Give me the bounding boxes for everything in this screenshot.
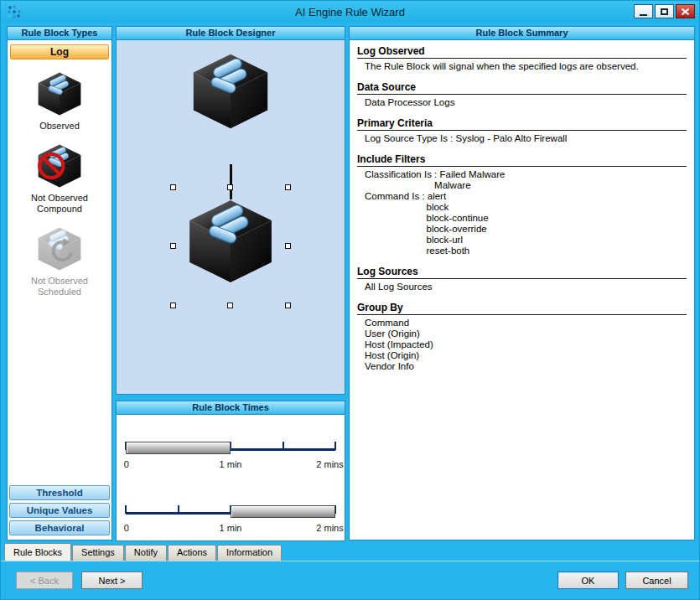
selection-handle[interactable]	[170, 184, 176, 190]
tab-baseline	[1, 561, 699, 561]
summary-section-lines: Log Source Type Is : Syslog - Palo Alto …	[357, 131, 687, 144]
summary-line: User (Origin)	[365, 328, 687, 339]
slider-label: 0	[124, 459, 129, 469]
selection-handle[interactable]	[285, 243, 291, 249]
maximize-icon	[661, 8, 668, 15]
summary-section-primary-criteria: Primary Criteria Log Source Type Is : Sy…	[357, 117, 687, 144]
threshold-category-button[interactable]: Threshold	[9, 485, 110, 500]
minimize-icon	[640, 14, 647, 16]
summary-line: Command	[365, 318, 687, 328]
summary-section-lines: Classification Is : Failed Malware Malwa…	[357, 167, 687, 256]
time-slider-1[interactable]: 0 1 min 2 mins	[126, 435, 335, 475]
rule-type-label: Observed	[21, 121, 98, 132]
summary-line: Log Source Type Is : Syslog - Palo Alto …	[365, 133, 687, 144]
rule-block-types-panel: Rule Block Types Log Observed Not Observ…	[7, 26, 112, 541]
tab-bar: Rule Blocks Settings Notify Actions Info…	[4, 543, 283, 561]
ok-button[interactable]: OK	[557, 572, 619, 589]
summary-section-group-by: Group By CommandUser (Origin)Host (Impac…	[357, 302, 687, 372]
selection-box	[174, 188, 288, 305]
summary-line: block-continue	[365, 213, 687, 224]
selection-handle[interactable]	[285, 184, 291, 190]
rule-type-not-observed-scheduled[interactable]: Not Observed Scheduled	[21, 226, 98, 297]
selection-handle[interactable]	[170, 243, 176, 249]
slider-label: 0	[124, 523, 129, 533]
selection-handle[interactable]	[227, 303, 233, 308]
summary-line: Host (Impacted)	[365, 339, 687, 350]
not-observed-cube-icon	[36, 143, 83, 189]
designer-cube-observed[interactable]	[190, 52, 271, 131]
summary-line: reset-both	[365, 246, 687, 256]
slider-label: 2 mins	[316, 523, 343, 533]
tick-mark	[334, 442, 336, 450]
summary-section-include-filters: Include Filters Classification Is : Fail…	[357, 153, 687, 256]
rule-type-label: Not Observed Compound	[21, 193, 98, 215]
summary-body: Log Observed The Rule Block will signal …	[350, 40, 694, 386]
tab-notify[interactable]: Notify	[125, 545, 167, 561]
designer-canvas[interactable]	[117, 40, 345, 394]
rule-block-types-body: Log Observed Not Observed Compound	[8, 40, 111, 540]
summary-line: All Log Sources	[365, 282, 687, 292]
cancel-button[interactable]: Cancel	[625, 572, 688, 589]
rule-block-times-header: Rule Block Times	[117, 401, 345, 415]
summary-line: block	[365, 202, 687, 213]
close-button[interactable]	[676, 4, 695, 18]
selection-handle[interactable]	[227, 184, 233, 190]
rule-type-not-observed-compound[interactable]: Not Observed Compound	[21, 143, 98, 215]
rule-block-designer-panel: Rule Block Designer	[116, 26, 345, 395]
summary-section-lines: All Log Sources	[357, 279, 687, 292]
minimize-button[interactable]	[634, 4, 653, 18]
tick-mark	[283, 442, 284, 450]
summary-line: The Rule Block will signal when the spec…	[365, 61, 687, 72]
window-title: AI Engine Rule Wizard	[1, 6, 699, 18]
summary-section-data-source: Data Source Data Processor Logs	[357, 81, 687, 108]
next-button[interactable]: Next >	[81, 572, 143, 589]
tab-information[interactable]: Information	[217, 545, 282, 561]
summary-section-log-sources: Log Sources All Log Sources	[357, 266, 687, 292]
tab-settings[interactable]: Settings	[72, 545, 124, 561]
back-button[interactable]: < Back	[16, 572, 73, 589]
rule-block-summary-panel: Rule Block Summary Log Observed The Rule…	[349, 26, 695, 541]
tab-actions[interactable]: Actions	[168, 545, 216, 561]
summary-section-lines: The Rule Block will signal when the spec…	[357, 59, 687, 72]
maximize-button[interactable]	[655, 4, 674, 18]
selection-handle[interactable]	[170, 303, 176, 308]
rule-block-times-panel: Rule Block Times 0 1 min 2 mins 0 1 min …	[116, 401, 345, 541]
summary-line: Command Is : alert	[365, 191, 687, 202]
slider-label: 1 min	[220, 459, 242, 469]
summary-line: Data Processor Logs	[365, 97, 687, 108]
slider-range-handle[interactable]	[231, 505, 335, 518]
rule-block-types-header: Rule Block Types	[8, 27, 111, 40]
summary-line: Vendor Info	[365, 361, 687, 372]
rule-type-label: Not Observed Scheduled	[21, 276, 98, 297]
selection-handle[interactable]	[285, 303, 291, 308]
summary-section-title: Include Filters	[357, 153, 425, 165]
rule-block-designer-header: Rule Block Designer	[117, 27, 345, 40]
summary-section-title: Group By	[357, 302, 403, 313]
titlebar[interactable]: AI Engine Rule Wizard	[1, 1, 699, 23]
time-slider-2[interactable]: 0 1 min 2 mins	[126, 499, 335, 539]
log-category-button[interactable]: Log	[10, 44, 109, 59]
observed-cube-icon	[36, 71, 83, 116]
summary-line: block-override	[365, 224, 687, 235]
scheduled-cube-icon	[36, 226, 83, 272]
slider-label: 1 min	[220, 523, 242, 533]
tick-mark	[178, 505, 179, 514]
summary-line: block-url	[365, 235, 687, 246]
summary-line: Host (Origin)	[365, 350, 687, 361]
tick-mark	[125, 505, 127, 514]
behavioral-category-button[interactable]: Behavioral	[9, 520, 110, 535]
summary-line: Malware	[365, 180, 687, 191]
slider-range-handle[interactable]	[126, 442, 231, 454]
window-controls	[634, 4, 695, 18]
summary-section-title: Log Sources	[357, 266, 418, 277]
summary-section-log-observed: Log Observed The Rule Block will signal …	[357, 45, 687, 72]
slider-label: 2 mins	[316, 459, 343, 469]
tab-rule-blocks[interactable]: Rule Blocks	[4, 543, 71, 561]
rule-type-observed[interactable]: Observed	[21, 71, 98, 132]
ai-engine-rule-wizard-window: AI Engine Rule Wizard Rule Block Types L…	[0, 0, 700, 600]
unique-values-category-button[interactable]: Unique Values	[9, 503, 110, 518]
summary-line: Classification Is : Failed Malware	[365, 169, 687, 180]
close-icon	[682, 8, 689, 15]
summary-section-title: Primary Criteria	[357, 117, 433, 129]
summary-section-lines: CommandUser (Origin)Host (Impacted)Host …	[357, 315, 687, 372]
